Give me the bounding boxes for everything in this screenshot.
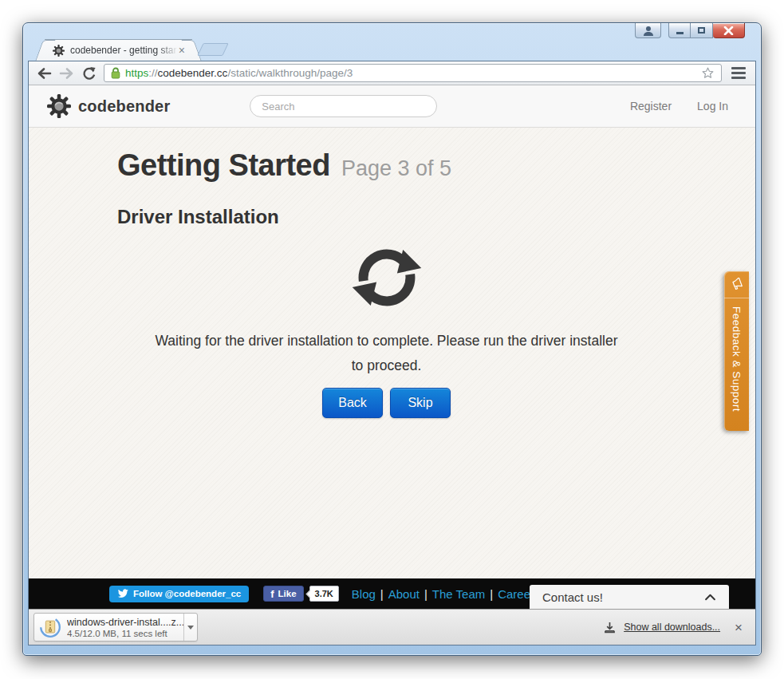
- page-indicator: Page 3 of 5: [341, 156, 451, 181]
- main-content: Getting Started Page 3 of 5 Driver Insta…: [29, 128, 755, 578]
- download-arrow-icon: [604, 622, 616, 634]
- window-titlebar[interactable]: codebender - getting star ×: [23, 23, 761, 61]
- screenshot-canvas: codebender - getting star ×: [0, 0, 784, 679]
- header-links: Register Log In: [630, 100, 728, 113]
- download-filename: windows-driver-instal....z...: [67, 617, 183, 628]
- secure-lock-icon[interactable]: [111, 67, 120, 79]
- search-input[interactable]: [250, 95, 437, 117]
- back-step-button[interactable]: Back: [322, 388, 383, 418]
- maximize-icon: [698, 27, 705, 34]
- downloads-bar-close-icon[interactable]: ×: [733, 621, 744, 634]
- reload-button[interactable]: [78, 64, 99, 83]
- sync-refresh-icon: [350, 241, 424, 314]
- contact-us-label: Contact us!: [542, 590, 603, 604]
- downloads-bar-right: Show all downloads... ×: [604, 621, 744, 634]
- register-link[interactable]: Register: [630, 100, 672, 113]
- url-path: /static/walkthrough/page/3: [227, 67, 353, 79]
- feedback-support-tab[interactable]: Feedback & Support: [724, 271, 749, 431]
- browser-window: codebender - getting star ×: [22, 22, 762, 656]
- tab-title: codebender - getting star: [70, 45, 178, 56]
- address-bar[interactable]: https://codebender.cc/static/walkthrough…: [104, 64, 722, 82]
- bookmark-star-icon[interactable]: [701, 66, 715, 80]
- minimize-button[interactable]: [668, 23, 691, 38]
- caret-down-icon: [187, 626, 194, 630]
- forward-button[interactable]: [56, 64, 77, 83]
- chevron-up-icon: [704, 594, 716, 601]
- url-separator: ://: [148, 67, 157, 79]
- zip-file-download-icon: [39, 616, 61, 638]
- profile-button[interactable]: [635, 23, 661, 38]
- footer-link[interactable]: The Team: [432, 587, 485, 601]
- facebook-like-button[interactable]: f Like: [263, 586, 303, 602]
- browser-toolbar: https://codebender.cc/static/walkthrough…: [29, 61, 755, 85]
- back-arrow-icon: [37, 67, 52, 80]
- section-title: Driver Installation: [117, 206, 279, 228]
- codebender-logo[interactable]: codebender: [47, 94, 170, 118]
- status-message-line2: to proceed.: [29, 353, 744, 378]
- url-text: https://codebender.cc/static/walkthrough…: [125, 67, 353, 79]
- login-link[interactable]: Log In: [697, 100, 728, 113]
- show-all-downloads-link[interactable]: Show all downloads...: [624, 622, 720, 633]
- facebook-like-label: Like: [278, 589, 297, 598]
- facebook-like-count: 3.7K: [309, 586, 339, 602]
- page-viewport: codebender Register Log In Getting Start…: [29, 85, 755, 609]
- gear-logo-icon: [47, 94, 71, 118]
- forward-arrow-icon: [59, 67, 74, 80]
- facebook-f-icon: f: [270, 588, 274, 600]
- footer-link-separator: |: [424, 587, 427, 601]
- twitter-follow-label: Follow @codebender_cc: [133, 589, 241, 598]
- reload-icon: [81, 66, 96, 81]
- download-item-text: windows-driver-instal....z... 4.5/12.0 M…: [67, 617, 183, 638]
- new-tab-button[interactable]: [197, 43, 228, 56]
- downloads-bar: windows-driver-instal....z... 4.5/12.0 M…: [29, 609, 755, 645]
- megaphone-icon: [730, 278, 743, 291]
- minimize-icon: [676, 32, 684, 34]
- download-item[interactable]: windows-driver-instal....z... 4.5/12.0 M…: [33, 613, 198, 641]
- footer-link-separator: |: [490, 587, 493, 601]
- brand-name[interactable]: codebender: [78, 97, 170, 116]
- status-message: Waiting for the driver installation to c…: [29, 329, 744, 378]
- browser-tab[interactable]: codebender - getting star ×: [45, 39, 192, 61]
- twitter-follow-button[interactable]: Follow @codebender_cc: [109, 586, 249, 602]
- footer-link[interactable]: About: [388, 587, 420, 601]
- maximize-button[interactable]: [691, 23, 713, 38]
- contact-us-panel[interactable]: Contact us!: [530, 585, 729, 609]
- page-title: Getting Started: [117, 148, 330, 183]
- download-status: 4.5/12.0 MB, 11 secs left: [67, 629, 183, 638]
- status-message-line1: Waiting for the driver installation to c…: [29, 329, 744, 353]
- person-icon: [643, 26, 654, 36]
- url-host: codebender.cc: [158, 67, 228, 79]
- chrome-menu-icon[interactable]: [728, 65, 749, 82]
- back-button[interactable]: [33, 64, 54, 83]
- tab-close-icon[interactable]: ×: [178, 45, 186, 56]
- twitter-bird-icon: [117, 589, 128, 598]
- footer-link[interactable]: Blog: [352, 587, 376, 601]
- browser-chrome: https://codebender.cc/static/walkthrough…: [28, 61, 756, 645]
- footer-link-separator: |: [380, 587, 384, 601]
- skip-step-button[interactable]: Skip: [390, 388, 451, 418]
- site-header: codebender Register Log In: [29, 85, 755, 128]
- download-item-menu-button[interactable]: [183, 614, 197, 641]
- url-scheme: https: [125, 67, 148, 79]
- close-icon: [723, 26, 734, 35]
- close-button[interactable]: [713, 23, 745, 38]
- tab-favicon-gear-icon: [53, 45, 65, 57]
- feedback-tab-label: Feedback & Support: [731, 306, 743, 412]
